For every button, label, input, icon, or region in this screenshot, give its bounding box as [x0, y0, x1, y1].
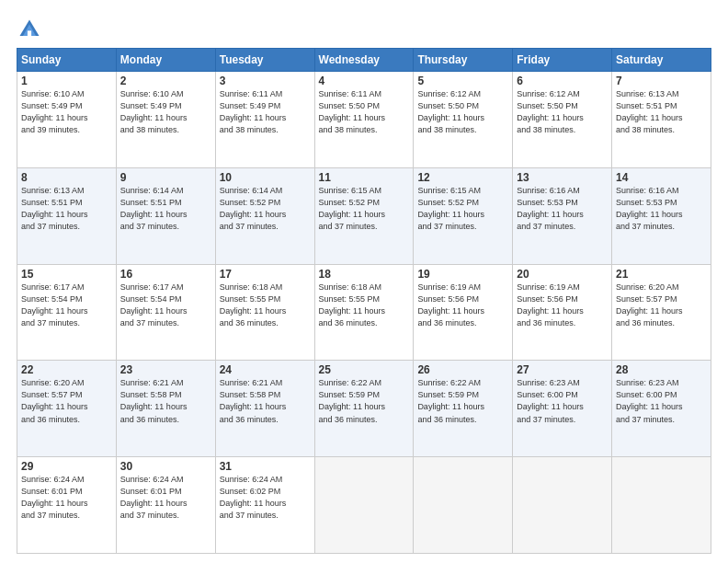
- calendar-day-13: 13Sunrise: 6:16 AMSunset: 5:53 PMDayligh…: [513, 167, 612, 264]
- calendar-day-22: 22Sunrise: 6:20 AMSunset: 5:57 PMDayligh…: [17, 361, 117, 457]
- calendar-day-15: 15Sunrise: 6:17 AMSunset: 5:54 PMDayligh…: [17, 264, 117, 361]
- day-number: 30: [120, 460, 211, 473]
- weekday-header-saturday: Saturday: [612, 49, 711, 72]
- day-number: 15: [21, 268, 112, 281]
- weekday-header-monday: Monday: [116, 49, 215, 72]
- calendar-table: SundayMondayTuesdayWednesdayThursdayFrid…: [17, 48, 711, 554]
- day-info: Sunrise: 6:22 AMSunset: 5:59 PMDaylight:…: [319, 377, 410, 425]
- day-info: Sunrise: 6:15 AMSunset: 5:52 PMDaylight:…: [319, 185, 410, 233]
- weekday-header-friday: Friday: [513, 49, 612, 72]
- calendar-day-14: 14Sunrise: 6:16 AMSunset: 5:53 PMDayligh…: [612, 167, 711, 264]
- day-info: Sunrise: 6:23 AMSunset: 6:00 PMDaylight:…: [616, 377, 707, 425]
- day-info: Sunrise: 6:19 AMSunset: 5:56 PMDaylight:…: [517, 282, 608, 329]
- day-info: Sunrise: 6:10 AMSunset: 5:49 PMDaylight:…: [120, 88, 211, 136]
- day-number: 26: [417, 363, 508, 376]
- calendar-day-31: 31Sunrise: 6:24 AMSunset: 6:02 PMDayligh…: [215, 457, 314, 554]
- weekday-header-tuesday: Tuesday: [215, 49, 314, 72]
- day-number: 4: [319, 75, 410, 87]
- calendar-day-29: 29Sunrise: 6:24 AMSunset: 6:01 PMDayligh…: [17, 457, 117, 554]
- day-info: Sunrise: 6:12 AMSunset: 5:50 PMDaylight:…: [517, 88, 608, 136]
- calendar-day-6: 6Sunrise: 6:12 AMSunset: 5:50 PMDaylight…: [513, 72, 612, 168]
- day-number: 29: [21, 460, 112, 473]
- weekday-header-wednesday: Wednesday: [314, 49, 414, 72]
- calendar-day-17: 17Sunrise: 6:18 AMSunset: 5:55 PMDayligh…: [215, 264, 314, 361]
- day-number: 3: [220, 75, 311, 87]
- calendar-day-20: 20Sunrise: 6:19 AMSunset: 5:56 PMDayligh…: [513, 264, 612, 361]
- day-number: 14: [616, 171, 707, 184]
- week-row-4: 22Sunrise: 6:20 AMSunset: 5:57 PMDayligh…: [17, 361, 711, 457]
- day-number: 25: [319, 363, 410, 376]
- logo-icon: [17, 17, 42, 42]
- day-info: Sunrise: 6:21 AMSunset: 5:58 PMDaylight:…: [220, 377, 311, 425]
- day-number: 21: [616, 268, 707, 281]
- day-info: Sunrise: 6:24 AMSunset: 6:02 PMDaylight:…: [220, 474, 311, 522]
- calendar-day-3: 3Sunrise: 6:11 AMSunset: 5:49 PMDaylight…: [215, 72, 314, 168]
- svg-rect-2: [28, 30, 31, 36]
- weekday-header-thursday: Thursday: [414, 49, 513, 72]
- calendar-day-27: 27Sunrise: 6:23 AMSunset: 6:00 PMDayligh…: [513, 361, 612, 457]
- day-number: 10: [220, 171, 311, 184]
- weekday-header-sunday: Sunday: [17, 49, 117, 72]
- header: [17, 17, 711, 42]
- calendar-day-7: 7Sunrise: 6:13 AMSunset: 5:51 PMDaylight…: [612, 72, 711, 168]
- day-info: Sunrise: 6:13 AMSunset: 5:51 PMDaylight:…: [616, 88, 707, 136]
- day-number: 1: [21, 75, 112, 87]
- day-number: 18: [319, 268, 410, 281]
- week-row-3: 15Sunrise: 6:17 AMSunset: 5:54 PMDayligh…: [17, 264, 711, 361]
- day-info: Sunrise: 6:11 AMSunset: 5:49 PMDaylight:…: [220, 88, 311, 136]
- day-info: Sunrise: 6:18 AMSunset: 5:55 PMDaylight:…: [220, 282, 311, 329]
- calendar-day-18: 18Sunrise: 6:18 AMSunset: 5:55 PMDayligh…: [314, 264, 414, 361]
- logo: [17, 17, 46, 42]
- day-number: 20: [517, 268, 608, 281]
- day-number: 12: [417, 171, 508, 184]
- calendar-day-empty: [314, 457, 414, 554]
- day-number: 6: [517, 75, 608, 87]
- day-number: 23: [120, 363, 211, 376]
- day-info: Sunrise: 6:16 AMSunset: 5:53 PMDaylight:…: [616, 185, 707, 233]
- calendar-day-8: 8Sunrise: 6:13 AMSunset: 5:51 PMDaylight…: [17, 167, 117, 264]
- calendar-day-5: 5Sunrise: 6:12 AMSunset: 5:50 PMDaylight…: [414, 72, 513, 168]
- day-number: 24: [220, 363, 311, 376]
- day-number: 11: [319, 171, 410, 184]
- day-number: 28: [616, 363, 707, 376]
- page: SundayMondayTuesdayWednesdayThursdayFrid…: [0, 0, 728, 563]
- calendar-day-10: 10Sunrise: 6:14 AMSunset: 5:52 PMDayligh…: [215, 167, 314, 264]
- day-info: Sunrise: 6:15 AMSunset: 5:52 PMDaylight:…: [417, 185, 508, 233]
- day-info: Sunrise: 6:14 AMSunset: 5:51 PMDaylight:…: [120, 185, 211, 233]
- calendar-day-26: 26Sunrise: 6:22 AMSunset: 5:59 PMDayligh…: [414, 361, 513, 457]
- day-number: 17: [220, 268, 311, 281]
- calendar-day-4: 4Sunrise: 6:11 AMSunset: 5:50 PMDaylight…: [314, 72, 414, 168]
- week-row-5: 29Sunrise: 6:24 AMSunset: 6:01 PMDayligh…: [17, 457, 711, 554]
- day-number: 5: [417, 75, 508, 87]
- calendar-day-12: 12Sunrise: 6:15 AMSunset: 5:52 PMDayligh…: [414, 167, 513, 264]
- day-number: 9: [120, 171, 211, 184]
- calendar-day-empty: [414, 457, 513, 554]
- day-info: Sunrise: 6:10 AMSunset: 5:49 PMDaylight:…: [21, 88, 112, 136]
- week-row-2: 8Sunrise: 6:13 AMSunset: 5:51 PMDaylight…: [17, 167, 711, 264]
- day-number: 31: [220, 460, 311, 473]
- calendar-day-2: 2Sunrise: 6:10 AMSunset: 5:49 PMDaylight…: [116, 72, 215, 168]
- day-info: Sunrise: 6:20 AMSunset: 5:57 PMDaylight:…: [616, 282, 707, 329]
- calendar-day-24: 24Sunrise: 6:21 AMSunset: 5:58 PMDayligh…: [215, 361, 314, 457]
- week-row-1: 1Sunrise: 6:10 AMSunset: 5:49 PMDaylight…: [17, 72, 711, 168]
- day-number: 22: [21, 363, 112, 376]
- weekday-header-row: SundayMondayTuesdayWednesdayThursdayFrid…: [17, 49, 711, 72]
- day-info: Sunrise: 6:22 AMSunset: 5:59 PMDaylight:…: [417, 377, 508, 425]
- day-number: 7: [616, 75, 707, 87]
- day-info: Sunrise: 6:16 AMSunset: 5:53 PMDaylight:…: [517, 185, 608, 233]
- day-number: 13: [517, 171, 608, 184]
- day-info: Sunrise: 6:11 AMSunset: 5:50 PMDaylight:…: [319, 88, 410, 136]
- day-info: Sunrise: 6:23 AMSunset: 6:00 PMDaylight:…: [517, 377, 608, 425]
- day-info: Sunrise: 6:18 AMSunset: 5:55 PMDaylight:…: [319, 282, 410, 329]
- day-info: Sunrise: 6:12 AMSunset: 5:50 PMDaylight:…: [417, 88, 508, 136]
- day-info: Sunrise: 6:21 AMSunset: 5:58 PMDaylight:…: [120, 377, 211, 425]
- calendar-day-16: 16Sunrise: 6:17 AMSunset: 5:54 PMDayligh…: [116, 264, 215, 361]
- day-info: Sunrise: 6:20 AMSunset: 5:57 PMDaylight:…: [21, 377, 112, 425]
- day-number: 16: [120, 268, 211, 281]
- calendar-day-30: 30Sunrise: 6:24 AMSunset: 6:01 PMDayligh…: [116, 457, 215, 554]
- day-info: Sunrise: 6:24 AMSunset: 6:01 PMDaylight:…: [120, 474, 211, 522]
- calendar-day-1: 1Sunrise: 6:10 AMSunset: 5:49 PMDaylight…: [17, 72, 117, 168]
- calendar-day-empty: [612, 457, 711, 554]
- day-info: Sunrise: 6:13 AMSunset: 5:51 PMDaylight:…: [21, 185, 112, 233]
- calendar-day-23: 23Sunrise: 6:21 AMSunset: 5:58 PMDayligh…: [116, 361, 215, 457]
